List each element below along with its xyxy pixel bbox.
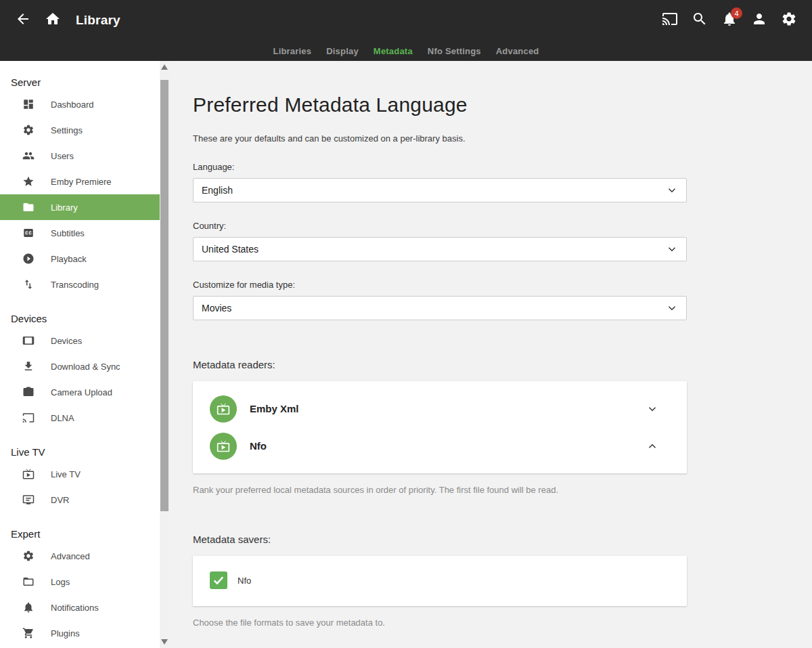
sidebar-item-label: Download & Sync	[51, 362, 120, 372]
sidebar-item-library[interactable]: Library	[0, 194, 160, 220]
chevron-up-icon[interactable]	[646, 440, 658, 452]
scrollbar-thumb[interactable]	[160, 80, 168, 511]
sidebar-item-devices[interactable]: Devices	[0, 328, 160, 353]
transcode-icon	[22, 278, 35, 290]
language-field-group: Language: English	[193, 162, 687, 202]
sidebar-item-emby-premiere[interactable]: Emby Premiere	[0, 169, 160, 194]
back-arrow-icon	[15, 11, 31, 30]
settings-button[interactable]	[774, 5, 804, 35]
sidebar-item-label: Notifications	[51, 603, 99, 613]
sidebar-item-logs[interactable]: Logs	[0, 569, 160, 595]
app-header: Library 4 Libraries Display Metadata Nfo…	[0, 0, 812, 61]
sidebar-item-settings[interactable]: Settings	[0, 117, 160, 143]
language-label: Language:	[193, 162, 687, 172]
chevron-down-icon	[666, 243, 678, 255]
language-select[interactable]: English	[193, 178, 687, 202]
sidebar-item-label: Camera Upload	[51, 387, 112, 397]
scrollbar-up-arrow-icon[interactable]	[160, 62, 169, 72]
reader-row-emby-xml[interactable]: Emby Xml	[193, 390, 687, 427]
metadata-savers-help: Choose the file formats to save your met…	[193, 618, 687, 628]
devices-icon	[22, 334, 35, 347]
user-button[interactable]	[744, 5, 774, 35]
main-content: Preferred Metadata Language These are yo…	[169, 61, 812, 648]
header-toolbar: Library 4	[0, 0, 812, 41]
settings-tab-bar: Libraries Display Metadata Nfo Settings …	[0, 41, 812, 61]
tab-metadata[interactable]: Metadata	[374, 46, 413, 56]
sidebar-item-notifications[interactable]: Notifications	[0, 595, 160, 620]
sidebar-item-camera-upload[interactable]: Camera Upload	[0, 379, 160, 405]
metadata-savers-label: Metadata savers:	[193, 534, 687, 545]
live-tv-icon	[210, 433, 237, 460]
search-icon	[692, 11, 708, 30]
page-subtitle: These are your defaults and can be custo…	[193, 133, 687, 144]
dlna-icon	[22, 412, 35, 424]
sidebar-item-label: Devices	[51, 336, 82, 346]
sidebar-item-live-tv[interactable]: Live TV	[0, 461, 160, 487]
sidebar-item-label: Advanced	[51, 551, 90, 561]
home-button[interactable]	[38, 5, 68, 35]
notification-count-badge: 4	[731, 7, 742, 19]
dashboard-icon	[22, 98, 35, 110]
sidebar-nav: Server Dashboard Settings Users Emby Pre…	[0, 61, 160, 648]
dvr-icon	[22, 494, 35, 506]
sidebar-item-label: DLNA	[51, 413, 74, 423]
nfo-saver-checkbox-label: Nfo	[238, 576, 251, 586]
sidebar-item-advanced[interactable]: Advanced	[0, 543, 160, 569]
media-type-select[interactable]: Movies	[193, 296, 687, 320]
reader-row-nfo[interactable]: Nfo	[193, 427, 687, 465]
sidebar-item-users[interactable]: Users	[0, 143, 160, 169]
gear-icon	[781, 11, 797, 30]
nfo-saver-checkbox[interactable]	[210, 571, 227, 589]
sidebar-item-transcoding[interactable]: Transcoding	[0, 272, 160, 297]
sidebar-section-expert: Expert	[11, 528, 160, 540]
sidebar-item-playback[interactable]: Playback	[0, 246, 160, 272]
reader-name: Emby Xml	[250, 403, 646, 414]
person-icon	[751, 11, 767, 30]
media-type-field-group: Customize for media type: Movies	[193, 280, 687, 320]
sidebar-item-plugins[interactable]: Plugins	[0, 620, 160, 646]
folder-open-icon	[22, 576, 35, 588]
camera-icon	[22, 386, 35, 398]
tab-libraries[interactable]: Libraries	[273, 46, 311, 56]
tab-nfo-settings[interactable]: Nfo Settings	[428, 46, 481, 56]
cast-button[interactable]	[655, 5, 685, 35]
cart-icon	[22, 627, 35, 639]
metadata-readers-card: Emby Xml Nfo	[193, 381, 687, 473]
sidebar-section-live-tv: Live TV	[11, 446, 160, 458]
page-header-title: Library	[76, 13, 120, 28]
sidebar-item-subtitles[interactable]: Subtitles	[0, 220, 160, 246]
sidebar-item-label: Plugins	[51, 628, 80, 639]
sidebar-item-label: DVR	[51, 495, 69, 505]
chevron-down-icon	[666, 184, 678, 196]
scrollbar-down-arrow-icon[interactable]	[160, 637, 169, 647]
chevron-down-icon	[666, 302, 678, 314]
metadata-readers-help: Rank your preferred local metadata sourc…	[193, 485, 687, 495]
country-select[interactable]: United States	[193, 237, 687, 261]
gear-icon	[22, 550, 35, 562]
sidebar-item-label: Logs	[51, 577, 70, 587]
media-type-select-value: Movies	[202, 303, 231, 314]
country-field-group: Country: United States	[193, 221, 687, 261]
sidebar-item-dashboard[interactable]: Dashboard	[0, 91, 160, 117]
sidebar-scrollbar[interactable]	[160, 61, 169, 648]
page-title: Preferred Metadata Language	[193, 93, 687, 116]
sidebar-item-download-sync[interactable]: Download & Sync	[0, 353, 160, 379]
metadata-readers-label: Metadata readers:	[193, 359, 687, 370]
folder-icon	[22, 201, 35, 213]
sidebar-item-label: Users	[51, 151, 74, 161]
search-button[interactable]	[685, 5, 715, 35]
sidebar-item-dvr[interactable]: DVR	[0, 487, 160, 513]
tab-display[interactable]: Display	[326, 46, 359, 56]
sidebar-item-label: Subtitles	[51, 228, 85, 238]
notifications-button[interactable]: 4	[715, 5, 744, 35]
metadata-savers-card: Nfo	[193, 556, 687, 606]
chevron-down-icon[interactable]	[646, 403, 658, 415]
play-circle-icon	[22, 253, 35, 265]
language-select-value: English	[202, 185, 233, 196]
sidebar-item-label: Playback	[51, 254, 87, 264]
tab-advanced[interactable]: Advanced	[496, 46, 539, 56]
sidebar-item-dlna[interactable]: DLNA	[0, 405, 160, 431]
back-button[interactable]	[8, 5, 38, 35]
bell-icon	[22, 601, 35, 613]
sidebar-item-label: Settings	[51, 125, 83, 135]
